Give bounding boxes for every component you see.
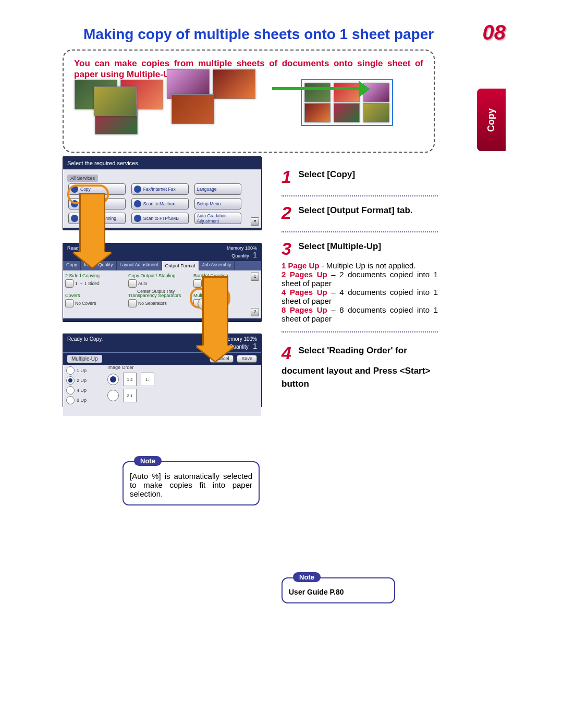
mailbox-icon: [134, 200, 141, 207]
step-title: Select 'Reading Order' for document layo…: [282, 346, 430, 389]
radio-2up[interactable]: [66, 376, 75, 385]
checkbox-icon[interactable]: [128, 299, 137, 307]
side-tab-label: Copy: [486, 108, 497, 132]
arrow-right-icon: [272, 87, 361, 90]
step-1: 1 Select [Copy]: [282, 167, 438, 187]
intro-box: You can make copies from multiple sheets…: [63, 50, 435, 153]
tab-all-services[interactable]: All Services: [67, 175, 98, 182]
radio-image-order-reverse[interactable]: [107, 390, 119, 401]
dotted-separator: [282, 195, 438, 196]
label: Language: [197, 187, 217, 192]
label: 4 Up: [77, 388, 87, 393]
step-title: Select [Output Format] tab.: [298, 205, 412, 215]
thumb-image: [304, 103, 331, 122]
step-4: 4 Select 'Reading Order' for document la…: [282, 343, 438, 389]
service-scan-mailbox-button[interactable]: Scan to Mailbox: [131, 198, 189, 209]
service-auto-grad-button[interactable]: Auto Gradation Adjustment: [194, 213, 241, 224]
tab-layout[interactable]: Layout Adjustment: [117, 261, 162, 270]
section-2sided: 2 Sided Copying: [65, 273, 125, 278]
service-scan-ftp-button[interactable]: Scan to FTP/SMB: [131, 213, 189, 224]
layout-tile-icon: 1↓: [141, 373, 154, 386]
thumb-image: [334, 83, 360, 102]
step-number: 1: [282, 167, 296, 187]
panel-prompt: Select the required services.: [63, 157, 261, 169]
arrow-down-icon: [79, 193, 105, 253]
service-setup-button[interactable]: Setup Menu: [194, 198, 241, 209]
section-transparency: Transparency Separators: [128, 293, 188, 298]
step-number: 4: [282, 343, 296, 363]
quantity-value: 1: [253, 342, 257, 350]
option-label: 8 Pages Up: [282, 305, 327, 314]
checkbox-icon[interactable]: [128, 279, 137, 288]
note-box-reference: Note User Guide P.80: [282, 577, 395, 603]
service-fax-button[interactable]: Fax/Internet Fax: [131, 183, 189, 195]
status-text: Ready to Copy.: [67, 336, 103, 350]
side-tab-copy[interactable]: Copy: [477, 89, 506, 151]
label: Setup Menu: [197, 201, 221, 206]
value: 1 → 1 Sided: [75, 281, 100, 286]
step-title: Select [Copy]: [298, 169, 355, 179]
ftp-icon: [134, 215, 141, 222]
label: Auto Gradation Adjustment: [197, 213, 239, 224]
page-title: Making copy of multiple sheets onto 1 sh…: [83, 26, 434, 43]
image-order-area: Image Order 1 2 1↓ 2 1: [107, 365, 154, 405]
multiple-up-options: 1 Up 2 Up 4 Up 8 Up: [66, 365, 87, 406]
step-number: 2: [282, 203, 296, 223]
checkbox-icon[interactable]: [65, 279, 74, 288]
step-2: 2 Select [Output Format] tab.: [282, 203, 438, 223]
label: 8 Up: [77, 398, 87, 403]
scroll-indicator[interactable]: 1: [251, 273, 259, 281]
collage-result: [301, 79, 393, 126]
label: 1 Up: [77, 368, 87, 373]
thumb-image: [363, 103, 389, 122]
note-text: User Guide P.80: [289, 588, 344, 596]
image-order-label: Image Order: [107, 365, 154, 370]
scroll-indicator[interactable]: 2: [251, 308, 259, 316]
step-number: 3: [282, 239, 296, 259]
note-badge: Note: [134, 456, 162, 466]
layout-tile-icon: 2 1: [123, 389, 137, 402]
checkbox-icon[interactable]: [65, 299, 74, 307]
quantity-label: Quantity: [231, 253, 249, 258]
step-3: 3 Select [Multiple-Up] 1 Page Up - Multi…: [282, 239, 438, 323]
tab-output-format[interactable]: Output Format: [162, 261, 199, 270]
arrow-down-icon: [202, 276, 228, 347]
scroll-down-icon[interactable]: ▾: [251, 217, 259, 226]
thumb-image: [94, 87, 137, 116]
memory-text: Memory 100%: [224, 336, 257, 342]
thumb-image: [213, 69, 255, 99]
memory-text: Memory 100%: [227, 245, 257, 251]
tab-job-assembly[interactable]: Job Assembly: [199, 261, 235, 270]
radio-1up[interactable]: [66, 366, 75, 375]
save-button[interactable]: Save: [237, 355, 257, 363]
label: Fax/Internet Fax: [143, 187, 176, 192]
service-language-button[interactable]: Language: [194, 183, 241, 195]
quantity-value: 1: [253, 251, 257, 259]
section-output-stapling: Copy Output / Stapling: [128, 273, 188, 278]
step-title: Select [Multiple-Up]: [298, 241, 381, 251]
label: Scan to Mailbox: [143, 201, 175, 206]
section-covers: Covers: [65, 293, 125, 298]
note-box-auto: Note [Auto %] is automatically selected …: [123, 461, 260, 505]
option-label: 2 Pages Up: [282, 270, 327, 279]
label: Scan to FTP/SMB: [143, 216, 179, 221]
fax-icon: [134, 186, 141, 193]
step-body: 1 Page Up - Multiple Up is not applied. …: [282, 261, 438, 323]
layout-tile-icon: 1 2: [123, 373, 137, 386]
radio-4up[interactable]: [66, 386, 75, 394]
radio-image-order-horizontal[interactable]: [107, 374, 119, 385]
steps-column: 1 Select [Copy] 2 Select [Output Format]…: [282, 167, 438, 398]
option-desc: - Multiple Up is not applied.: [320, 261, 416, 270]
option-label: 1 Page Up: [282, 261, 320, 270]
dotted-separator: [282, 231, 438, 232]
page-number: 08: [483, 21, 506, 44]
dotted-separator: [282, 331, 438, 332]
radio-8up[interactable]: [66, 396, 75, 404]
value: No Covers: [75, 301, 96, 306]
label: 2 Up: [77, 378, 87, 383]
thumb-image: [172, 94, 214, 124]
option-label: 4 Pages Up: [282, 288, 327, 297]
collage-source: [74, 79, 256, 135]
value: No Separators: [138, 301, 167, 306]
checkbox-icon[interactable]: [193, 279, 202, 288]
